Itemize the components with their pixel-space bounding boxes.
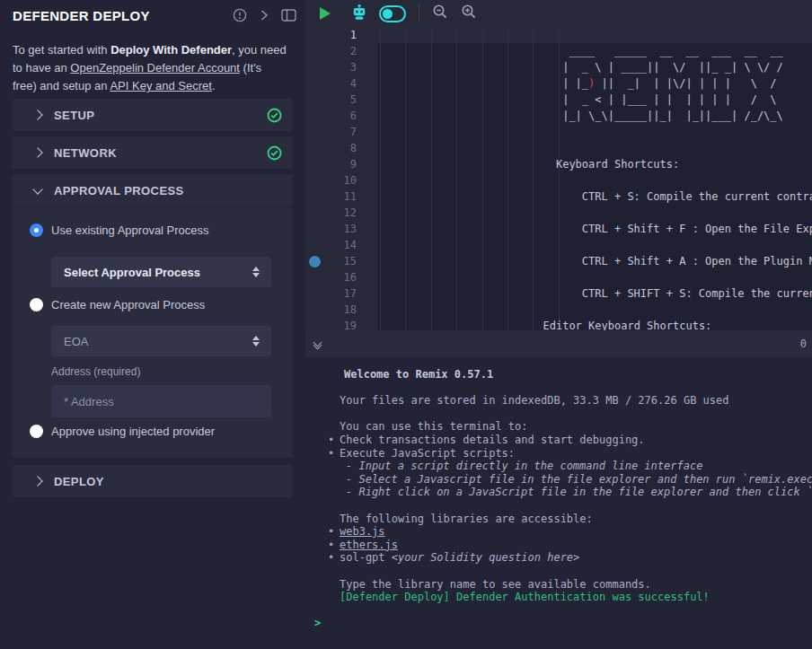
code-line: | _ < | |___ | | | | | | / \ <box>381 92 812 108</box>
radio-use-existing-approval[interactable]: Use existing Approval Process <box>30 224 209 237</box>
radio-create-new-label: Create new Approval Process <box>51 298 205 311</box>
section-network-label: NETWORK <box>54 146 267 160</box>
panel-title: DEFENDER DEPLOY <box>13 8 233 23</box>
radio-unselected-icon[interactable] <box>30 425 43 438</box>
section-deploy[interactable]: DEPLOY <box>13 465 293 497</box>
info-icon[interactable] <box>233 8 247 22</box>
section-approval-label: APPROVAL PROCESS <box>54 184 293 197</box>
panel-header: DEFENDER DEPLOY <box>13 5 296 25</box>
terminal-blank-line <box>305 604 812 618</box>
editor-toolbar <box>305 0 812 28</box>
radio-use-existing-label: Use existing Approval Process <box>51 224 209 237</box>
code-editor: ____ _____ __ __ ___ __ __| _ \ | ____||… <box>305 0 812 330</box>
line-number: 14 <box>344 237 357 253</box>
network-complete-check-icon <box>267 145 282 161</box>
line-number: 8 <box>350 140 357 156</box>
chevron-right-icon <box>32 476 42 486</box>
line-number: 17 <box>344 285 357 302</box>
address-input[interactable] <box>51 385 271 417</box>
link[interactable]: API Key and Secret <box>110 79 211 92</box>
line-number: 19 <box>344 318 357 330</box>
line-number: 10 <box>344 172 357 189</box>
split-view-icon[interactable] <box>281 8 296 22</box>
terminal-line: ethers.js <box>305 539 812 552</box>
section-deploy-label: DEPLOY <box>54 475 293 488</box>
terminal-blank-line <box>305 382 812 395</box>
terminal-line: > <box>305 617 812 630</box>
line-number: 6 <box>350 108 357 124</box>
setup-complete-check-icon <box>267 108 282 123</box>
radio-unselected-icon[interactable] <box>30 298 43 311</box>
link[interactable]: ethers.js <box>340 539 398 551</box>
section-network[interactable]: NETWORK <box>13 136 293 169</box>
line-number: 3 <box>350 59 357 75</box>
breakpoint-marker[interactable] <box>309 256 321 267</box>
chevrons-down-icon[interactable] <box>314 339 321 348</box>
chevron-right-icon <box>32 147 42 157</box>
chevron-right-icon <box>32 110 42 119</box>
divider <box>419 4 419 23</box>
terminal-line: web3.js <box>305 525 812 539</box>
panel-intro-text: To get started with Deploy With Defender… <box>13 41 287 95</box>
new-select-value: EOA <box>64 335 252 348</box>
terminal-line: - Select a Javascript file in the file e… <box>305 473 812 487</box>
radio-approve-injected-provider[interactable]: Approve using injected provider <box>30 425 215 438</box>
editor-body[interactable]: ____ _____ __ __ ___ __ __| _ \ | ____||… <box>305 27 812 330</box>
line-number: 2 <box>350 43 357 59</box>
link[interactable]: web3.js <box>340 525 385 538</box>
line-number: 1 <box>350 27 357 43</box>
line-number: 18 <box>344 302 357 318</box>
line-number: 5 <box>350 92 357 108</box>
terminal-output[interactable]: Welcome to Remix 0.57.1Your files are st… <box>305 357 812 649</box>
defender-deploy-panel: DEFENDER DEPLOY To get started with Depl… <box>0 0 306 649</box>
collapse-panel-chevron-icon[interactable] <box>260 9 269 22</box>
address-label: Address (required) <box>51 365 140 378</box>
line-number: 7 <box>350 124 357 140</box>
line-number: 12 <box>344 205 357 221</box>
radio-create-new-approval[interactable]: Create new Approval Process <box>30 298 205 311</box>
code-line: Editor Keyboard Shortcuts: <box>381 318 812 330</box>
code-line: ____ _____ __ __ ___ __ __ <box>381 43 812 59</box>
terminal-line: Execute JavaScript scripts: <box>305 447 812 460</box>
link[interactable]: OpenZeppelin Defender Account <box>70 61 240 75</box>
radio-injected-label: Approve using injected provider <box>51 425 215 438</box>
code-line: | |_) || _| | |\/| | | | \ / <box>381 75 812 92</box>
remix-ai-robot-icon[interactable] <box>350 4 368 24</box>
zoom-in-icon[interactable] <box>461 4 477 23</box>
zoom-out-icon[interactable] <box>432 4 448 23</box>
current-line-highlight <box>377 27 812 43</box>
terminal-blank-line <box>305 408 812 421</box>
code-line: CTRL + S: Compile the current contract <box>381 189 812 205</box>
terminal-line: The following libraries are accessible: <box>305 513 812 526</box>
chevron-down-icon <box>32 184 42 194</box>
code-line: CTRL + SHIFT + S: Compile the current co… <box>381 285 812 302</box>
terminal-blank-line <box>305 565 812 578</box>
line-number: 16 <box>344 269 357 285</box>
terminal-line: You can use this terminal to: <box>305 420 812 434</box>
terminal-line: Check transactions details and start deb… <box>305 434 812 447</box>
ai-copilot-toggle[interactable] <box>379 5 406 22</box>
select-arrows-icon <box>252 267 260 277</box>
terminal-line: - Input a script directly in the command… <box>305 460 812 473</box>
section-setup-label: SETUP <box>54 109 267 122</box>
code-line: CTRL + Shift + A : Open the Plugin Manag… <box>381 253 812 269</box>
line-number: 9 <box>350 156 357 172</box>
section-setup[interactable]: SETUP <box>13 99 293 131</box>
terminal-line: sol-gpt <your Solidity question here> <box>305 551 812 565</box>
new-approval-type-select[interactable]: EOA <box>51 326 271 356</box>
terminal-toolbar: 0 <box>305 330 812 357</box>
run-script-icon[interactable] <box>320 7 331 20</box>
terminal-line: - Right click on a JavaScript file in th… <box>305 486 812 499</box>
code-line: |_| \_\|_____||_| |_||___| /_/\_\ <box>381 108 812 124</box>
radio-selected-icon[interactable] <box>30 224 43 237</box>
line-number: 4 <box>350 75 357 92</box>
section-approval-process: APPROVAL PROCESS Use existing Approval P… <box>13 174 293 458</box>
existing-approval-process-select[interactable]: Select Approval Process <box>51 257 271 287</box>
existing-select-value: Select Approval Process <box>64 266 252 279</box>
line-number: 13 <box>344 221 357 237</box>
terminal-line: Your files are stored in indexedDB, 33.3… <box>305 394 812 408</box>
section-approval-header[interactable]: APPROVAL PROCESS <box>13 174 293 206</box>
editor-gutter[interactable]: 12345678910111213141516171819 <box>305 27 377 330</box>
editor-code[interactable]: ____ _____ __ __ ___ __ __| _ \ | ____||… <box>377 27 812 330</box>
terminal-line: Welcome to Remix 0.57.1 <box>305 368 812 382</box>
